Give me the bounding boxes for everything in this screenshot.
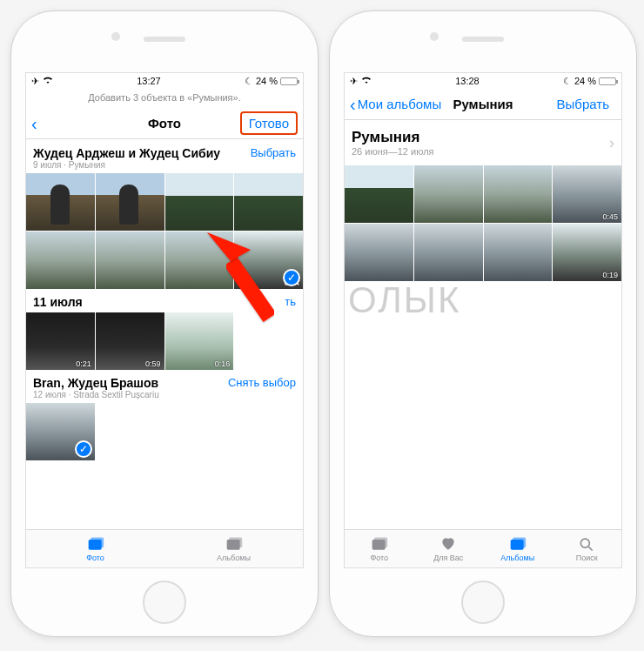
thumb-grid-2: 0:21 0:59 0:16 — [26, 312, 303, 371]
select-button[interactable]: Выбрать — [550, 94, 616, 114]
photo-thumb[interactable] — [26, 232, 95, 289]
video-thumb[interactable]: 0:16 — [165, 312, 234, 370]
album-summary-row[interactable]: Румыния 26 июня—12 июля › — [345, 120, 621, 165]
airplane-icon: ✈︎ — [350, 76, 358, 87]
photo-thumb[interactable]: ✓ — [26, 403, 95, 460]
nav-bar: ‹ Мои альбомы Румыния Выбрать — [345, 89, 621, 120]
photo-thumb[interactable] — [345, 224, 413, 281]
screen-right: ✈︎ 13:28 ☾ 24 % ‹ Мои альбомы Румыния Вы… — [344, 72, 622, 568]
battery-percent: 24 % — [256, 76, 278, 86]
video-thumb[interactable]: 0:19 — [553, 224, 621, 281]
battery-icon — [280, 77, 298, 85]
chevron-left-icon: ‹ — [350, 96, 356, 113]
svg-line-9 — [589, 547, 593, 550]
front-camera — [111, 32, 120, 41]
dnd-icon: ☾ — [245, 76, 253, 87]
clock: 13:27 — [137, 76, 161, 86]
photo-thumb[interactable] — [484, 165, 553, 223]
svg-point-8 — [581, 539, 590, 547]
deselect-button[interactable]: Снять выбор — [228, 376, 296, 389]
airplane-icon: ✈︎ — [31, 76, 39, 87]
album-title: Румыния — [352, 129, 434, 146]
nav-bar: ‹ Фото Готово — [26, 108, 303, 139]
video-duration: 0:45 — [602, 212, 618, 221]
photo-thumb[interactable] — [96, 232, 164, 289]
screen-left: ✈︎ 13:27 ☾ 24 % Добавить 3 объекта в «Ру… — [25, 72, 304, 568]
tab-photos[interactable]: Фото — [26, 530, 164, 567]
selected-check-icon: ✓ — [75, 440, 92, 458]
thumb-grid-1: 0:14 ✓ — [26, 173, 303, 290]
status-bar: ✈︎ 13:28 ☾ 24 % — [345, 73, 621, 89]
tab-label: Фото — [370, 554, 388, 562]
svg-rect-1 — [91, 537, 104, 547]
battery-percent: 24 % — [574, 76, 596, 86]
photo-thumb[interactable] — [234, 173, 303, 231]
clock: 13:28 — [455, 76, 480, 86]
speaker-slot — [144, 37, 185, 42]
video-duration: 0:19 — [602, 271, 618, 279]
tab-search[interactable]: Поиск — [553, 530, 622, 567]
tab-albums[interactable]: Альбомы — [483, 530, 553, 567]
battery-icon — [599, 77, 616, 85]
tab-photos[interactable]: Фото — [345, 530, 414, 567]
svg-rect-7 — [513, 537, 526, 547]
section-select-button[interactable]: Выбрать — [251, 146, 296, 159]
album-grid: 0:45 0:19 — [345, 165, 621, 282]
svg-rect-3 — [229, 537, 242, 547]
iphone-device-right: ✈︎ 13:28 ☾ 24 % ‹ Мои альбомы Румыния Вы… — [329, 10, 637, 637]
iphone-device-left: ✈︎ 13:27 ☾ 24 % Добавить 3 объекта в «Ру… — [10, 10, 319, 637]
status-bar: ✈︎ 13:27 ☾ 24 % — [26, 73, 303, 89]
video-thumb[interactable]: 0:14 ✓ — [234, 232, 303, 289]
video-thumb[interactable]: 0:45 — [553, 165, 621, 223]
speaker-slot — [462, 37, 504, 42]
front-camera — [430, 32, 439, 41]
tab-foryou[interactable]: Для Вас — [414, 530, 484, 567]
back-button[interactable]: ‹ — [31, 115, 37, 132]
tab-label: Поиск — [576, 554, 598, 562]
video-duration: 0:59 — [145, 359, 161, 368]
photo-thumb[interactable] — [414, 165, 483, 223]
video-thumb[interactable]: 0:21 — [26, 312, 95, 370]
selected-check-icon: ✓ — [283, 269, 300, 286]
done-button[interactable]: Готово — [240, 111, 298, 135]
photo-thumb[interactable] — [345, 165, 413, 223]
tab-label: Для Вас — [433, 554, 463, 562]
section-subtitle: 12 июля · Strada Sextil Pușcariu — [33, 390, 159, 399]
video-duration: 0:16 — [215, 359, 231, 368]
photo-thumb[interactable] — [96, 173, 164, 231]
section-title: Bran, Жудец Брашов — [33, 376, 159, 390]
add-banner: Добавить 3 объекта в «Румыния». — [26, 89, 303, 108]
section-header-1: Жудец Арджеш и Жудец Сибиу 9 июля · Румы… — [26, 141, 303, 173]
photo-thumb[interactable] — [484, 224, 553, 281]
tab-bar: Фото Альбомы — [26, 529, 303, 567]
thumb-grid-3: ✓ — [26, 403, 303, 461]
svg-rect-5 — [374, 537, 387, 547]
tab-albums[interactable]: Альбомы — [164, 530, 303, 567]
home-button[interactable] — [461, 581, 505, 624]
back-button[interactable]: ‹ Мои альбомы — [350, 96, 441, 113]
section-subtitle: 9 июля · Румыния — [33, 160, 220, 170]
photo-thumb[interactable] — [165, 232, 234, 289]
photo-thumb[interactable] — [414, 224, 483, 281]
section-header-2: 11 июля ть — [26, 290, 303, 312]
home-button[interactable] — [143, 581, 186, 624]
dnd-icon: ☾ — [563, 76, 572, 87]
photo-thumb[interactable] — [26, 173, 95, 231]
wifi-icon — [361, 76, 372, 86]
section-title: Жудец Арджеш и Жудец Сибиу — [33, 146, 220, 160]
album-date-range: 26 июня—12 июля — [352, 146, 434, 157]
section-title: 11 июля — [33, 295, 83, 309]
tab-label: Фото — [86, 554, 104, 562]
back-label: Мои альбомы — [358, 97, 442, 111]
wifi-icon — [43, 76, 53, 86]
photo-thumb[interactable] — [165, 173, 234, 231]
video-thumb[interactable]: 0:59 — [96, 312, 164, 370]
tab-label: Альбомы — [500, 554, 534, 562]
tab-label: Альбомы — [217, 554, 251, 562]
section-select-button[interactable]: ть — [285, 295, 296, 308]
tab-bar: Фото Для Вас Альбомы Поиск — [345, 529, 621, 567]
chevron-right-icon: › — [609, 134, 614, 152]
section-header-3: Bran, Жудец Брашов 12 июля · Strada Sext… — [26, 371, 303, 403]
video-duration: 0:21 — [76, 359, 91, 368]
